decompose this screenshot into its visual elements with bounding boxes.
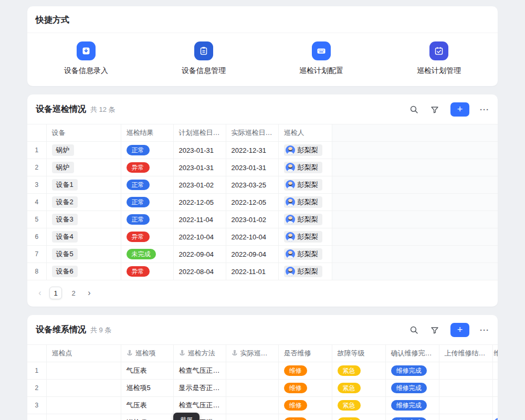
inspector-name: 彭梨梨: [298, 232, 318, 242]
confirm-badge: 维修完成: [391, 365, 427, 376]
confirm-badge: 维修完成: [391, 383, 427, 393]
col-header-point[interactable]: 巡检点: [46, 345, 121, 362]
inspector-chip: 彭梨梨: [284, 179, 322, 191]
item-cell: 巡检项5: [121, 380, 173, 397]
item-cell: 气压表: [121, 397, 173, 414]
table-row[interactable]: 1 锅炉 正常 2023-01-31 2022-12-31 彭梨梨: [27, 142, 498, 159]
filter-icon[interactable]: [429, 325, 440, 335]
col-header-upload[interactable]: 上传维修结…: [439, 345, 492, 362]
next-page-button[interactable]: ›: [85, 288, 93, 298]
actual-date-cell: 2022-12-05: [226, 194, 278, 211]
lookup-icon: [232, 350, 238, 358]
table-row[interactable]: 3 气压表 检查气压正… 维修 紧急 维修完成: [27, 397, 498, 414]
result-badge: 正常: [127, 197, 150, 207]
col-header-confirm[interactable]: 确认维修完…: [385, 345, 439, 362]
table-row[interactable]: 5 设备3 正常 2022-11-04 2023-01-02 彭梨梨: [27, 211, 498, 228]
shortcut-row: 设备信息录入 设备信息管理 巡检计划配置 巡检计划管理: [27, 33, 498, 86]
screenshot-capture-chip[interactable]: 截屏: [173, 413, 200, 420]
level-badge: 紧急: [338, 417, 361, 420]
maintenance-toolbar: + ···: [408, 323, 489, 337]
avatar: [494, 418, 498, 420]
filter-icon[interactable]: [429, 104, 440, 115]
repair-cell: 维修: [278, 380, 332, 397]
result-cell: 正常: [121, 211, 173, 228]
page-button-2[interactable]: 2: [67, 287, 80, 299]
col-header-level[interactable]: 故障等级: [332, 345, 385, 362]
page-button-1[interactable]: 1: [49, 287, 62, 299]
upload-cell: [439, 380, 492, 397]
result-cell: 异常: [121, 228, 173, 246]
actual-date-cell: 2023-03-25: [226, 176, 278, 194]
actual-cell: [226, 397, 278, 414]
inspector-cell: 彭梨梨: [278, 159, 332, 176]
level-cell: 紧急: [332, 362, 385, 380]
col-label: 实际巡…: [240, 349, 268, 358]
search-icon[interactable]: [408, 104, 419, 115]
inspection-count: 共 12 条: [90, 105, 116, 114]
col-header-empty: [332, 124, 498, 142]
col-header-repair[interactable]: 是否维修: [278, 345, 332, 362]
table-row[interactable]: 4 巡检项5 检查是否泄… 维修 紧急 维修完成: [27, 414, 498, 420]
device-cell: 设备6: [46, 263, 121, 280]
inspector-cell: 彭梨梨: [278, 176, 332, 194]
col-header-device[interactable]: 设备: [46, 124, 121, 142]
row-index: 4: [27, 414, 46, 420]
device-chip: 设备2: [52, 196, 78, 208]
col-header-actual[interactable]: 实际巡…: [226, 345, 278, 362]
shortcut-device-manage[interactable]: 设备信息管理: [145, 41, 262, 76]
table-row[interactable]: 3 设备1 正常 2023-01-02 2023-03-25 彭梨梨: [27, 176, 498, 194]
col-label: 巡检方法: [188, 349, 215, 358]
table-row[interactable]: 7 设备5 未完成 2022-09-04 2022-09-04 彭梨梨: [27, 246, 498, 263]
inspector-cell: 彭梨梨: [278, 194, 332, 211]
prev-page-button[interactable]: ‹: [36, 288, 44, 298]
more-options-button[interactable]: ···: [480, 105, 489, 114]
col-header-extra[interactable]: 维…: [492, 345, 498, 362]
avatar: [286, 267, 295, 276]
planned-date-cell: 2023-01-02: [173, 176, 226, 194]
inspector-name: 彭梨梨: [298, 163, 318, 172]
lookup-icon: [127, 350, 133, 358]
extra-cell: [492, 414, 498, 420]
col-header-actual[interactable]: 实际巡检日…: [226, 124, 278, 142]
shortcut-device-entry[interactable]: 设备信息录入: [27, 41, 145, 76]
empty-cell: [332, 194, 498, 211]
row-index: 3: [27, 397, 46, 414]
add-record-button[interactable]: +: [450, 102, 469, 117]
inspector-cell: 彭梨梨: [278, 211, 332, 228]
actual-cell: [226, 362, 278, 380]
shortcut-label: 巡检计划管理: [417, 66, 461, 76]
table-row[interactable]: 6 设备4 异常 2022-10-04 2022-10-04 彭梨梨: [27, 228, 498, 246]
level-cell: 紧急: [332, 414, 385, 420]
col-header-method[interactable]: 巡检方法: [173, 345, 226, 362]
col-header-planned[interactable]: 计划巡检日…: [173, 124, 226, 142]
result-badge: 正常: [127, 180, 150, 190]
shortcut-plan-config[interactable]: 巡检计划配置: [262, 41, 380, 76]
result-cell: 正常: [121, 194, 173, 211]
level-badge: 紧急: [338, 365, 361, 376]
device-chip: 设备5: [52, 248, 78, 260]
col-label: 巡检项: [135, 349, 156, 358]
more-options-button[interactable]: ···: [480, 326, 489, 334]
table-row[interactable]: 8 设备6 异常 2022-08-04 2022-11-01 彭梨梨: [27, 263, 498, 280]
upload-cell: [439, 362, 492, 380]
row-index: 2: [27, 159, 46, 176]
inspector-chip: 彭梨梨: [284, 266, 322, 277]
row-index: 3: [27, 176, 46, 194]
shortcut-label: 设备信息管理: [182, 66, 226, 76]
shortcut-plan-manage[interactable]: 巡检计划管理: [380, 41, 498, 76]
add-record-button[interactable]: +: [450, 323, 469, 337]
actual-date-cell: 2022-10-04: [226, 228, 278, 246]
planned-date-cell: 2022-11-04: [173, 211, 226, 228]
table-row[interactable]: 1 气压表 检查气压正… 维修 紧急 维修完成: [27, 362, 498, 380]
search-icon[interactable]: [408, 325, 419, 335]
row-index: 1: [27, 142, 46, 159]
table-row[interactable]: 4 设备2 正常 2022-12-05 2022-12-05 彭梨梨: [27, 194, 498, 211]
table-row[interactable]: 2 巡检项5 显示是否正… 维修 紧急 维修完成: [27, 380, 498, 397]
col-header-item[interactable]: 巡检项: [121, 345, 173, 362]
col-header-index: [27, 345, 46, 362]
actual-date-cell: 2022-11-01: [226, 263, 278, 280]
col-header-result[interactable]: 巡检结果: [121, 124, 173, 142]
inspector-name: 彭梨梨: [298, 145, 318, 155]
table-row[interactable]: 2 锅炉 异常 2023-01-31 2023-01-31 彭梨梨: [27, 159, 498, 176]
col-header-inspector[interactable]: 巡检人: [278, 124, 332, 142]
